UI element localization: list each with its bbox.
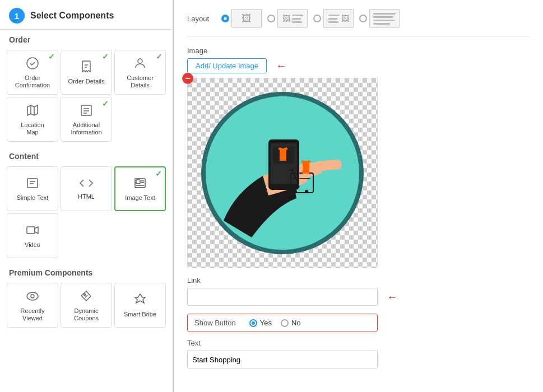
svg-rect-15 bbox=[136, 180, 140, 184]
premium-section-label: Premium Components bbox=[0, 263, 173, 281]
layout-row: Layout 🖼 🖼 bbox=[187, 9, 530, 36]
layout-preview-1-icon: 🖼 bbox=[242, 13, 252, 25]
recently-viewed-icon bbox=[26, 290, 39, 305]
add-update-image-button[interactable]: Add/ Update Image bbox=[187, 58, 267, 73]
link-section: Link ← bbox=[187, 276, 530, 306]
video-icon bbox=[26, 223, 39, 239]
arrow-right-link-icon: ← bbox=[387, 291, 398, 304]
order-details-icon bbox=[80, 60, 93, 76]
layout-preview-3-img: 🖼 bbox=[341, 14, 349, 23]
layout-radio-3[interactable] bbox=[313, 15, 321, 22]
remove-image-button[interactable]: − bbox=[182, 73, 193, 84]
sidebar-item-recently-viewed[interactable]: RecentlyViewed bbox=[7, 283, 58, 328]
link-input[interactable] bbox=[187, 288, 378, 306]
sidebar-item-video[interactable]: Video bbox=[7, 213, 58, 258]
yes-label: Yes bbox=[260, 319, 272, 327]
svg-rect-11 bbox=[27, 179, 38, 188]
check-badge: ✓ bbox=[155, 169, 162, 178]
html-label: HTML bbox=[78, 193, 95, 200]
smart-bribe-label: Smart Bribe bbox=[124, 311, 156, 318]
smart-bribe-icon bbox=[133, 293, 147, 309]
location-map-icon bbox=[26, 104, 39, 119]
svg-line-23 bbox=[85, 295, 87, 297]
lp-line bbox=[292, 21, 302, 23]
layout-preview-2: 🖼 bbox=[277, 9, 308, 28]
sidebar-item-dynamic-coupons[interactable]: DynamicCoupons bbox=[61, 283, 112, 328]
image-section: Image Add/ Update Image ← − bbox=[187, 46, 530, 268]
sidebar-item-order-confirmation[interactable]: ✓ OrderConfirmation bbox=[7, 50, 58, 95]
lp-line bbox=[373, 13, 396, 15]
sidebar-item-smart-bribe[interactable]: Smart Bribe bbox=[114, 283, 166, 328]
arrow-right-icon: ← bbox=[276, 59, 287, 72]
image-upload-area: − bbox=[187, 78, 378, 268]
layout-radio-2[interactable] bbox=[267, 15, 275, 22]
recently-viewed-label: RecentlyViewed bbox=[21, 307, 45, 322]
step-number: 1 bbox=[9, 8, 25, 24]
location-map-label: LocationMap bbox=[21, 122, 44, 136]
layout-preview-3-lines bbox=[328, 15, 340, 23]
sidebar-item-additional-information[interactable]: ✓ AdditionalInformation bbox=[61, 97, 112, 142]
sidebar-item-image-text[interactable]: ✓ Image Text bbox=[114, 166, 166, 211]
no-radio[interactable] bbox=[281, 319, 289, 327]
layout-option-2[interactable]: 🖼 bbox=[267, 9, 308, 28]
order-details-label: Order Details bbox=[68, 78, 105, 85]
show-button-section: Show Button Yes No bbox=[187, 314, 378, 332]
simple-text-icon bbox=[26, 176, 39, 192]
order-grid: ✓ OrderConfirmation ✓ Order Details bbox=[0, 48, 173, 146]
customer-details-label: CustomerDetails bbox=[127, 74, 154, 89]
lp-line bbox=[373, 20, 395, 21]
order-confirmation-label: OrderConfirmation bbox=[15, 74, 50, 89]
show-button-label: Show Button bbox=[194, 319, 236, 327]
content-grid: Simple Text HTML ✓ Image Text bbox=[0, 164, 173, 263]
sidebar-item-location-map[interactable]: LocationMap bbox=[7, 97, 58, 142]
text-label: Text bbox=[187, 339, 530, 347]
layout-radio-4[interactable] bbox=[359, 15, 367, 22]
svg-point-0 bbox=[27, 58, 38, 69]
html-icon bbox=[79, 178, 94, 191]
layout-preview-3: 🖼 bbox=[323, 9, 354, 28]
svg-point-21 bbox=[31, 295, 34, 298]
layout-preview-4-lines bbox=[373, 13, 396, 25]
lp-line bbox=[328, 21, 338, 23]
lp-line bbox=[328, 18, 337, 20]
sidebar-item-simple-text[interactable]: Simple Text bbox=[7, 166, 58, 211]
svg-rect-19 bbox=[27, 227, 35, 234]
yes-radio-option[interactable]: Yes bbox=[249, 319, 272, 327]
sidebar-item-order-details[interactable]: ✓ Order Details bbox=[61, 50, 112, 95]
image-label: Image bbox=[187, 46, 530, 55]
content-section-label: Content bbox=[0, 146, 173, 164]
svg-point-20 bbox=[27, 292, 38, 300]
check-badge: ✓ bbox=[102, 99, 109, 108]
yes-radio[interactable] bbox=[249, 319, 257, 327]
no-radio-option[interactable]: No bbox=[281, 319, 301, 327]
lp-line bbox=[373, 16, 393, 18]
svg-point-22 bbox=[84, 293, 86, 295]
layout-option-1[interactable]: 🖼 bbox=[221, 9, 262, 28]
layout-preview-2-img: 🖼 bbox=[282, 14, 290, 23]
lp-line bbox=[292, 15, 303, 16]
step-title: Select Components bbox=[30, 11, 114, 21]
product-svg bbox=[218, 109, 347, 237]
product-image bbox=[201, 92, 364, 254]
sidebar-item-html[interactable]: HTML bbox=[61, 166, 112, 211]
lp-line bbox=[373, 23, 390, 25]
customer-details-icon bbox=[133, 57, 147, 72]
premium-grid: RecentlyViewed DynamicCoupons Smart Brib… bbox=[0, 281, 173, 332]
svg-point-32 bbox=[305, 190, 308, 193]
layout-radio-1[interactable] bbox=[221, 15, 229, 22]
layout-preview-2-lines bbox=[292, 15, 303, 23]
text-section: Text bbox=[187, 339, 530, 368]
lp-line bbox=[292, 18, 301, 20]
text-input[interactable] bbox=[187, 351, 378, 368]
layout-preview-1: 🖼 bbox=[231, 9, 262, 28]
additional-info-icon bbox=[80, 104, 93, 119]
link-label: Link bbox=[187, 276, 530, 284]
layout-option-4[interactable] bbox=[359, 9, 400, 28]
video-label: Video bbox=[25, 241, 40, 249]
dynamic-coupons-icon bbox=[80, 290, 93, 305]
check-badge: ✓ bbox=[102, 52, 109, 61]
dynamic-coupons-label: DynamicCoupons bbox=[74, 307, 99, 322]
sidebar-item-customer-details[interactable]: ✓ CustomerDetails bbox=[114, 50, 166, 95]
layout-option-3[interactable]: 🖼 bbox=[313, 9, 354, 28]
order-section-label: Order bbox=[0, 30, 173, 48]
